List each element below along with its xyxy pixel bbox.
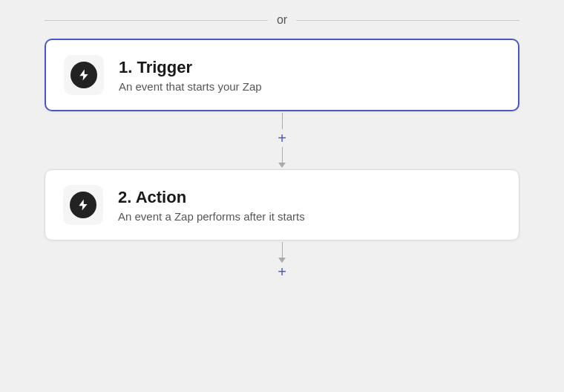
bottom-connector-arrow <box>278 258 286 263</box>
top-connector-line2 <box>282 147 283 163</box>
trigger-subtitle: An event that starts your Zap <box>119 80 262 93</box>
trigger-text: 1. Trigger An event that starts your Zap <box>119 58 262 93</box>
top-connector-line <box>282 113 283 129</box>
or-line-right <box>296 20 519 21</box>
trigger-card[interactable]: 1. Trigger An event that starts your Zap <box>45 39 519 111</box>
trigger-icon-wrapper <box>64 55 104 95</box>
action-card[interactable]: 2. Action An event a Zap performs after … <box>45 169 519 241</box>
trigger-title: 1. Trigger <box>119 58 262 77</box>
or-divider: or <box>45 13 519 27</box>
bottom-connector-line <box>282 242 283 258</box>
top-connector-plus[interactable]: + <box>278 131 286 146</box>
top-connector-arrow <box>278 163 286 168</box>
action-title: 2. Action <box>118 188 305 207</box>
bottom-connector: + <box>278 242 286 281</box>
action-subtitle: An event a Zap performs after it starts <box>118 210 305 223</box>
action-lightning-icon <box>70 192 96 218</box>
main-container: or 1. Trigger An event that starts your … <box>0 0 564 282</box>
or-label: or <box>277 13 287 27</box>
or-line-left <box>45 20 268 21</box>
top-connector: + <box>278 113 286 168</box>
action-text: 2. Action An event a Zap performs after … <box>118 188 305 223</box>
action-icon-wrapper <box>63 185 103 225</box>
bottom-connector-plus[interactable]: + <box>278 264 286 279</box>
trigger-lightning-icon <box>70 62 97 88</box>
